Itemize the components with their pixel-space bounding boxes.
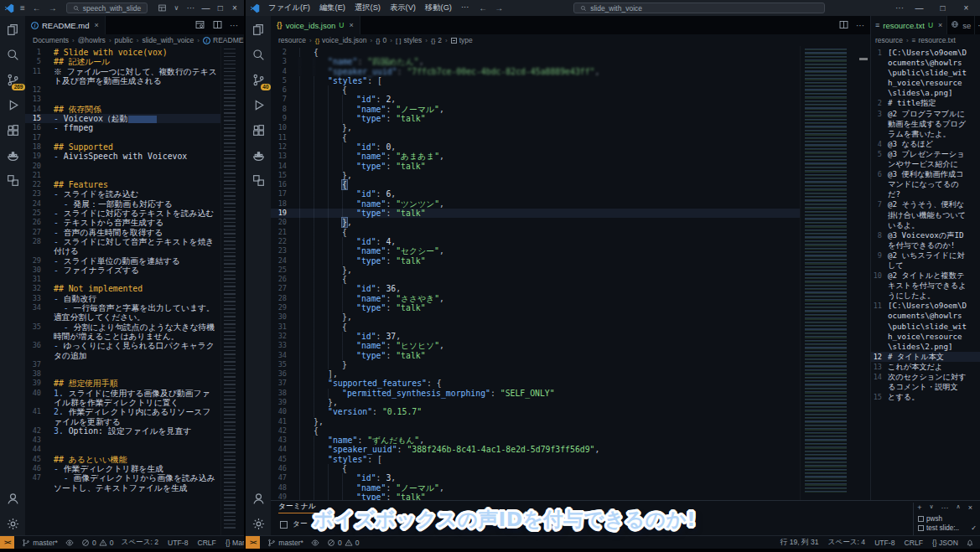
command-center-search[interactable]: speech_with_slide (66, 3, 148, 13)
breadcrumb-item[interactable]: type (451, 36, 473, 44)
code-line[interactable]: 43 (25, 436, 220, 445)
more-actions-icon[interactable]: ··· (856, 21, 864, 30)
activity-source-control-icon[interactable]: 40 (250, 72, 267, 87)
activity-docker-icon[interactable] (4, 147, 21, 163)
code-line[interactable]: 24 - 発展：一部動画も対応する (25, 199, 220, 209)
code-line[interactable]: 11[C:\Users\o9oem\Documents\@howlrs\publ… (871, 301, 980, 351)
breadcrumb-item[interactable]: {}2 (431, 36, 442, 44)
breadcrumb-item[interactable]: resource (875, 36, 903, 44)
activity-remote-explorer-icon[interactable] (250, 173, 267, 188)
code-line[interactable]: 27- 音声の再生時間を取得する (25, 228, 220, 237)
nav-back-icon[interactable]: ← (477, 3, 489, 13)
code-line[interactable]: 30- ファイナライズする (25, 266, 220, 275)
breadcrumb-item[interactable]: ≡resource.txt (912, 36, 956, 44)
breadcrumb-item[interactable]: [ ]styles (396, 36, 422, 44)
code-line[interactable]: 18## Supported (25, 142, 220, 152)
activity-run-and-debug-icon[interactable] (250, 97, 267, 112)
code-line[interactable]: 47"id": 3, (271, 473, 800, 482)
status-item[interactable]: スペース: 2 (122, 538, 159, 548)
breadcrumb-item[interactable]: @howlrs (78, 36, 106, 44)
menu-item[interactable]: 選択(S) (350, 3, 385, 13)
status-item[interactable]: {} Markdown (226, 538, 244, 548)
code-line[interactable]: 13"name": "あまあま", (271, 152, 800, 161)
tab-readme[interactable]: i README.md × (25, 16, 106, 34)
activity-extensions-icon[interactable] (250, 122, 267, 137)
split-editor-icon[interactable] (838, 19, 849, 32)
code-line[interactable]: 10}, (271, 123, 800, 132)
code-line[interactable]: 43"name": "ずんだもん", (271, 436, 800, 445)
code-line[interactable]: 18"name": "ツンツン", (271, 199, 800, 209)
activity-account-icon[interactable] (250, 491, 267, 506)
code-line[interactable]: 42{ (271, 426, 800, 436)
terminal-list-item[interactable]: test slide:..✓ (918, 524, 977, 532)
code-line[interactable]: 13これが本文だよ (871, 362, 980, 372)
activity-remote-explorer-icon[interactable] (4, 173, 21, 188)
code-line[interactable]: 32## Not implemented (25, 284, 220, 293)
code-line[interactable]: 7@2 そうそう、便利な掛け合い機能もついているよ。 (871, 199, 980, 230)
code-line[interactable]: 11※ ファイル一つに対して、複数行のテキスト及び音声を動画生成される (25, 67, 220, 86)
tab-close-icon[interactable]: × (349, 21, 353, 29)
tab-close-icon[interactable]: × (94, 21, 98, 29)
code-line[interactable]: 12 (25, 85, 220, 95)
code-line[interactable]: 46- 作業ディレクトリ群を生成 (25, 464, 220, 473)
code-line[interactable]: 22"id": 4, (271, 237, 800, 246)
activity-explorer-icon[interactable] (4, 22, 21, 37)
code-line[interactable]: 21{ (271, 228, 800, 237)
breadcrumb-item[interactable]: {}voice_ids.json (315, 36, 367, 44)
minimize-button[interactable]: — (200, 3, 210, 13)
tab-close-icon[interactable]: × (938, 21, 942, 29)
remote-indicator[interactable]: >< (246, 536, 260, 549)
layout-grid-icon[interactable] (156, 3, 169, 13)
tab-settings-partial[interactable]: se (947, 16, 975, 34)
minimize-button[interactable]: — (910, 3, 929, 13)
code-line[interactable]: 29"type": "talk" (271, 303, 800, 312)
code-line[interactable]: 19- AivisSpeech with Voicevox (25, 152, 220, 161)
maximize-button[interactable]: □ (215, 3, 226, 13)
code-line[interactable]: 45## あるといい機能 (25, 455, 220, 464)
code-line[interactable]: 37"supported_features": { (271, 379, 800, 388)
code-line[interactable]: 423. Option: 設定ファイルを見直す (25, 426, 220, 436)
breadcrumb-item[interactable]: Documents (33, 36, 69, 44)
problems[interactable]: 0 0 (81, 539, 114, 547)
code-line[interactable]: 29- スライド単位の動画を連結する (25, 256, 220, 266)
code-line[interactable]: 22## Features (25, 180, 220, 189)
menu-item[interactable]: 表示(V) (386, 3, 420, 13)
minimap[interactable] (220, 46, 244, 535)
breadcrumb-item[interactable]: iREADME.md (203, 36, 244, 44)
code-line[interactable]: 39## 想定使用手順 (25, 379, 220, 388)
code-line[interactable]: 5@3 プレゼンテーションやサービス紹介に (871, 149, 980, 169)
code-line[interactable]: 4@3 なるほど (871, 139, 980, 149)
breadcrumb-item[interactable]: resource (278, 36, 306, 44)
code-line[interactable]: 3@2 プログラマブルに動画を生成するプログラムを書いたよ。 (871, 109, 980, 139)
code-line[interactable]: 8@3 Voicevoxの声IDを付与できるのか! (871, 230, 980, 250)
code-line[interactable]: 27"id": 36, (271, 284, 800, 293)
code-line[interactable]: 25}, (271, 266, 800, 275)
code-line[interactable]: 30}, (271, 312, 800, 322)
code-line[interactable]: 21 (25, 171, 220, 180)
code-line[interactable]: 2{ (271, 48, 800, 57)
code-line[interactable]: 28"name": "ささやき", (271, 294, 800, 303)
nav-forward-icon[interactable]: → (493, 3, 505, 13)
activity-gear-icon[interactable] (250, 516, 267, 531)
code-line[interactable]: 20}, (271, 218, 800, 227)
code-line[interactable]: 38 (25, 369, 220, 379)
code-line[interactable]: 412. 作業ディレクトリ内にあるリソースファイルを更新する (25, 407, 220, 426)
code-line[interactable]: 11{ (271, 133, 800, 142)
code-line[interactable]: 5"styles": [ (271, 76, 800, 85)
code-line[interactable]: 6{ (271, 85, 800, 95)
code-line[interactable]: 19"type": "talk" (271, 209, 800, 218)
code-line[interactable]: 34 - 一行毎音声と字幕を出力しています。適宜分割してください。 (25, 303, 220, 322)
code-line[interactable]: 39}, (271, 398, 800, 407)
tab-resource-txt[interactable]: ≡ resource.txt U × (871, 16, 947, 34)
menu-item[interactable]: 編集(E) (315, 3, 350, 13)
code-line[interactable]: 7"id": 2, (271, 95, 800, 104)
git-branch[interactable]: master* (267, 539, 303, 547)
chevron-down-icon[interactable]: ∨ (173, 4, 181, 12)
code-line[interactable]: 1# Slide with voice(vox) (25, 48, 220, 57)
status-item[interactable]: スペース: 4 (828, 538, 866, 548)
code-line[interactable]: 26{ (271, 275, 800, 284)
minimap[interactable] (800, 46, 870, 500)
code-line[interactable]: 10@2 タイトルと複数テキストを付与できるようにしたよ。 (871, 271, 980, 301)
breadcrumb-item[interactable]: {}0 (376, 36, 386, 44)
code-line[interactable]: 13 (25, 95, 220, 104)
